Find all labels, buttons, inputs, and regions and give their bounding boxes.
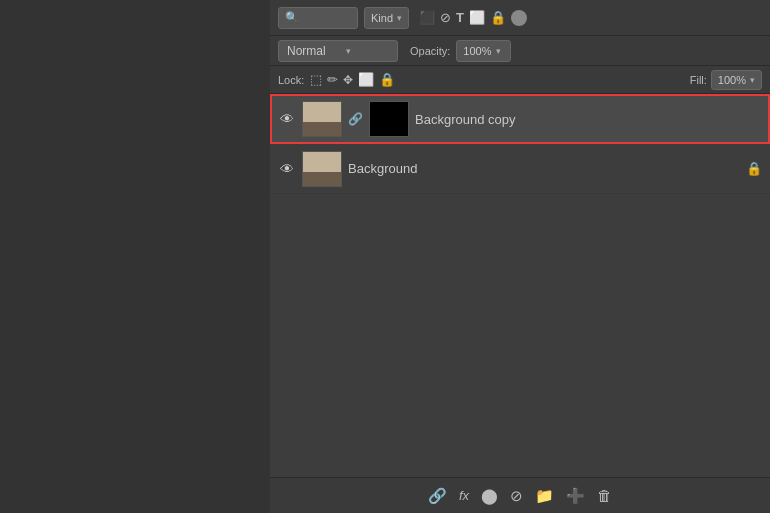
- fill-value: 100%: [718, 74, 746, 86]
- layer-name: Background: [348, 161, 740, 176]
- lock-row: Lock: ⬚ ✏ ✥ ⬜ 🔒 Fill: 100% ▾: [270, 66, 770, 94]
- lock-move-icon[interactable]: ✥: [343, 73, 353, 87]
- kind-label: Kind: [371, 12, 393, 24]
- lock-label: Lock:: [278, 74, 304, 86]
- layer-image-preview: [303, 152, 341, 186]
- layer-thumbnail: [302, 101, 342, 137]
- delete-layer-icon[interactable]: 🗑: [597, 487, 612, 504]
- layer-thumbnail: [302, 151, 342, 187]
- layer-lock-icon: 🔒: [746, 161, 762, 176]
- adjustment-filter-icon[interactable]: ⊘: [440, 10, 451, 25]
- blend-mode-dropdown[interactable]: Normal ▾: [278, 40, 398, 62]
- blend-mode-row: Normal ▾ Opacity: 100% ▾: [270, 36, 770, 66]
- link-icon[interactable]: 🔗: [428, 487, 447, 505]
- layers-empty-space: [270, 194, 770, 314]
- type-filter-icon[interactable]: T: [456, 10, 464, 25]
- lock-icons-group: ⬚ ✏ ✥ ⬜ 🔒: [310, 72, 395, 87]
- fill-chevron-icon: ▾: [750, 75, 755, 85]
- new-layer-icon[interactable]: ➕: [566, 487, 585, 505]
- layer-image-preview: [303, 102, 341, 136]
- fx-icon[interactable]: fx: [459, 488, 469, 503]
- visibility-icon[interactable]: 👁: [278, 111, 296, 127]
- opacity-chevron-icon: ▾: [496, 46, 501, 56]
- adjustment-icon[interactable]: ⊘: [510, 487, 523, 505]
- kind-chevron-icon: ▾: [397, 13, 402, 23]
- bottom-toolbar: 🔗 fx ⬤ ⊘ 📁 ➕ 🗑: [270, 477, 770, 513]
- add-mask-icon[interactable]: ⬤: [481, 487, 498, 505]
- blend-mode-chevron-icon: ▾: [346, 46, 351, 56]
- visibility-icon[interactable]: 👁: [278, 161, 296, 177]
- toolbar-icons: ⬛ ⊘ T ⬜ 🔒: [419, 10, 527, 26]
- kind-dropdown[interactable]: Kind ▾: [364, 7, 409, 29]
- shape-filter-icon[interactable]: ⬜: [469, 10, 485, 25]
- layer-row[interactable]: 👁 🔗 Background copy: [270, 94, 770, 144]
- search-icon: 🔍: [285, 11, 299, 24]
- layers-list: 👁 🔗 Background copy 👁 Background 🔒: [270, 94, 770, 477]
- lock-pixels-icon[interactable]: ⬚: [310, 72, 322, 87]
- lock-artboard-icon[interactable]: ⬜: [358, 72, 374, 87]
- blend-mode-value: Normal: [287, 44, 326, 58]
- fill-dropdown[interactable]: 100% ▾: [711, 70, 762, 90]
- opacity-value: 100%: [463, 45, 491, 57]
- smart-filter-icon[interactable]: 🔒: [490, 10, 506, 25]
- left-panel: [0, 0, 270, 513]
- lock-paint-icon[interactable]: ✏: [327, 72, 338, 87]
- color-filter-icon[interactable]: [511, 10, 527, 26]
- chain-link-icon[interactable]: 🔗: [348, 112, 363, 126]
- fill-label: Fill:: [690, 74, 707, 86]
- layers-panel: 🔍 Kind ▾ ⬛ ⊘ T ⬜ 🔒 Normal ▾ Opacity: 100…: [270, 0, 770, 513]
- pixel-filter-icon[interactable]: ⬛: [419, 10, 435, 25]
- opacity-label: Opacity:: [410, 45, 450, 57]
- opacity-dropdown[interactable]: 100% ▾: [456, 40, 511, 62]
- layer-name: Background copy: [415, 112, 762, 127]
- filter-toolbar: 🔍 Kind ▾ ⬛ ⊘ T ⬜ 🔒: [270, 0, 770, 36]
- layer-row[interactable]: 👁 Background 🔒: [270, 144, 770, 194]
- lock-all-icon[interactable]: 🔒: [379, 72, 395, 87]
- layer-mask-thumbnail: [369, 101, 409, 137]
- search-box[interactable]: 🔍: [278, 7, 358, 29]
- group-icon[interactable]: 📁: [535, 487, 554, 505]
